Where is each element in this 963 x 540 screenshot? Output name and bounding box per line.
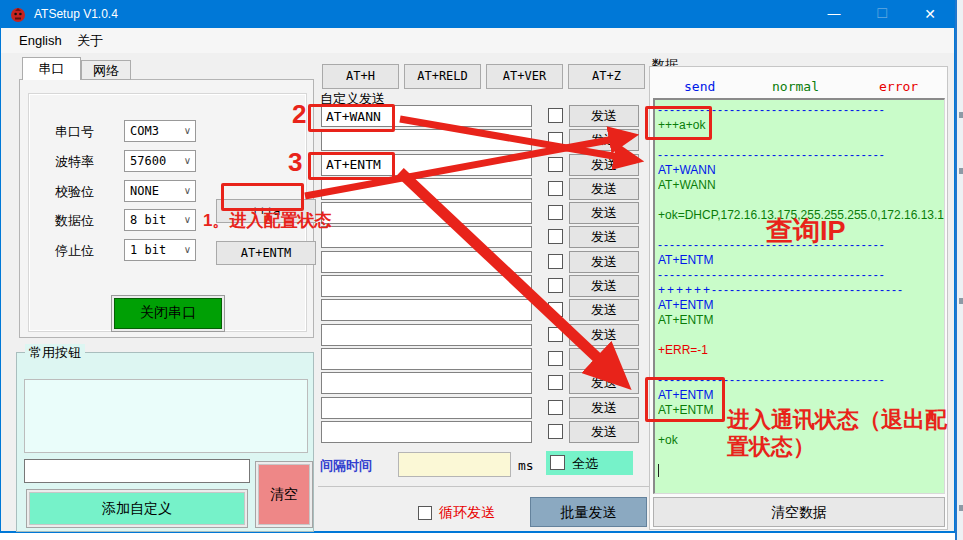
row-checkbox[interactable] — [548, 302, 563, 317]
send-button[interactable]: 发送 — [569, 202, 639, 224]
interval-input[interactable] — [398, 452, 511, 477]
tab-serial[interactable]: 串口 — [22, 57, 81, 80]
tab-network[interactable]: 网络 — [81, 60, 131, 80]
annotation-step3: 3 — [288, 148, 302, 178]
quick-button-atver[interactable]: AT+VER — [486, 64, 563, 89]
send-button[interactable]: 发送 — [569, 421, 639, 443]
data-bits-label: 数据位 — [55, 212, 94, 230]
select-all-checkbox[interactable] — [550, 455, 565, 470]
chevron-down-icon: ∨ — [184, 214, 191, 225]
highlight-box-atentm-input — [308, 152, 395, 180]
baud-rate-select[interactable]: 57600 ∨ — [124, 150, 196, 172]
minimize-button[interactable]: — — [811, 0, 857, 28]
common-buttons-list[interactable] — [24, 379, 308, 453]
send-button[interactable]: 发送 — [569, 251, 639, 273]
custom-send-row: 发送 — [321, 372, 647, 396]
highlight-box-log-entm — [645, 377, 725, 422]
stop-bits-select[interactable]: 1 bit ∨ — [124, 239, 196, 261]
legend-normal: normal — [772, 79, 819, 94]
custom-send-input[interactable] — [321, 129, 532, 151]
chevron-down-icon: ∨ — [184, 244, 191, 255]
quick-button-ath[interactable]: AT+H — [322, 64, 399, 89]
custom-send-row: 发送 — [321, 202, 647, 226]
custom-send-row: 发送 — [321, 397, 647, 421]
annotation-comm-state: 进入通讯状态（退出配置状态） — [727, 406, 955, 460]
app-icon — [10, 6, 26, 22]
custom-send-input[interactable] — [321, 372, 532, 394]
custom-send-input[interactable] — [321, 275, 532, 297]
clear-data-button[interactable]: 清空数据 — [653, 497, 945, 527]
com-port-select[interactable]: COM3 ∨ — [124, 120, 196, 142]
custom-send-input[interactable] — [321, 251, 532, 273]
send-button[interactable]: 发送 — [569, 275, 639, 297]
row-checkbox[interactable] — [548, 157, 563, 172]
row-checkbox[interactable] — [548, 181, 563, 196]
close-button[interactable]: ✕ — [907, 0, 953, 28]
send-button[interactable]: 发送 — [569, 129, 639, 151]
send-button[interactable]: 发送 — [569, 105, 639, 127]
row-checkbox[interactable] — [548, 424, 563, 439]
parity-select[interactable]: NONE ∨ — [124, 180, 196, 202]
row-checkbox[interactable] — [548, 351, 563, 366]
custom-send-row: 发送 — [321, 421, 647, 445]
custom-send-input[interactable] — [321, 226, 532, 248]
custom-send-input[interactable] — [321, 397, 532, 419]
custom-send-input[interactable] — [321, 299, 532, 321]
clear-custom-button[interactable]: 清空 — [258, 464, 310, 525]
custom-command-input[interactable] — [24, 459, 250, 483]
send-button[interactable]: 发送 — [569, 178, 639, 200]
row-checkbox[interactable] — [548, 278, 563, 293]
custom-send-row: 发送 — [321, 324, 647, 348]
loop-send-checkbox[interactable] — [418, 506, 432, 520]
chevron-down-icon: ∨ — [184, 155, 191, 166]
batch-send-button[interactable]: 批量发送 — [530, 497, 647, 527]
custom-send-input[interactable] — [321, 348, 532, 370]
row-checkbox[interactable] — [548, 400, 563, 415]
menu-bar: English 关于 — [1, 28, 954, 53]
background-window-sliver — [955, 0, 963, 540]
send-button[interactable]: 发送 — [569, 226, 639, 248]
row-checkbox[interactable] — [548, 375, 563, 390]
loop-send-label: 循环发送 — [439, 504, 495, 522]
select-all-label: 全选 — [572, 455, 598, 473]
row-checkbox[interactable] — [548, 327, 563, 342]
custom-send-row: 发送 — [321, 348, 647, 372]
add-custom-button[interactable]: 添加自定义 — [29, 492, 245, 525]
custom-send-input[interactable] — [321, 202, 532, 224]
custom-send-input[interactable] — [321, 421, 532, 443]
exit-config-button[interactable]: AT+ENTM — [216, 241, 316, 265]
row-checkbox[interactable] — [548, 108, 563, 123]
row-checkbox[interactable] — [548, 254, 563, 269]
menu-item-english[interactable]: English — [15, 32, 66, 50]
title-bar: ATSetup V1.0.4 — ☐ ✕ — [1, 0, 954, 28]
parity-label: 校验位 — [55, 183, 94, 201]
row-checkbox[interactable] — [548, 229, 563, 244]
row-checkbox[interactable] — [548, 132, 563, 147]
common-buttons-group: 常用按钮 清空 添加自定义 — [16, 352, 314, 532]
baud-rate-label: 波特率 — [55, 153, 94, 171]
custom-send-input[interactable] — [321, 178, 532, 200]
annotation-query-ip: 查询IP — [766, 216, 846, 247]
common-buttons-title: 常用按钮 — [25, 344, 85, 362]
send-button[interactable]: 发送 — [569, 324, 639, 346]
send-button[interactable]: 发送 — [569, 154, 639, 176]
clear-frame: 清空 — [255, 461, 313, 528]
row-checkbox[interactable] — [548, 205, 563, 220]
menu-item-about[interactable]: 关于 — [73, 32, 107, 50]
send-button[interactable]: 发送 — [569, 397, 639, 419]
maximize-button[interactable]: ☐ — [859, 0, 905, 28]
custom-send-input[interactable] — [321, 324, 532, 346]
com-port-label: 串口号 — [55, 123, 94, 141]
chevron-down-icon: ∨ — [184, 185, 191, 196]
quick-button-atreld[interactable]: AT+RELD — [404, 64, 481, 89]
highlight-box-log-ok — [645, 106, 712, 140]
send-button[interactable]: 发送 — [569, 299, 639, 321]
chevron-down-icon: ∨ — [184, 125, 191, 136]
highlight-box-pppa-button — [221, 183, 304, 211]
data-bits-select[interactable]: 8 bit ∨ — [124, 209, 196, 231]
send-button[interactable]: 发送 — [569, 372, 639, 394]
send-button[interactable]: 发送 — [569, 348, 639, 370]
quick-button-atz[interactable]: AT+Z — [568, 64, 645, 89]
legend-error: error — [879, 79, 918, 94]
close-port-button[interactable]: 关闭串口 — [114, 298, 222, 329]
